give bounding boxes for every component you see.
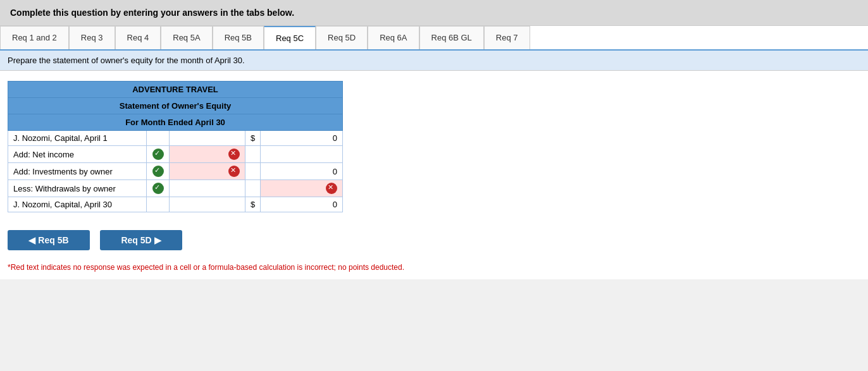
row-check-cell xyxy=(147,180,170,197)
table-header-row-2: Statement of Owner's Equity xyxy=(8,98,343,114)
row-check-cell xyxy=(147,163,170,180)
row-input-cell xyxy=(170,131,245,146)
instruction-text: Complete this question by entering your … xyxy=(10,8,294,18)
row-value-cell xyxy=(261,146,343,163)
tab-req4[interactable]: Req 4 xyxy=(115,26,161,49)
tab-req6a[interactable]: Req 6A xyxy=(368,26,419,49)
prev-button[interactable]: ◀ Req 5B xyxy=(8,230,90,250)
table-row: Less: Withdrawals by owner xyxy=(8,180,343,197)
table-row: Add: Net income xyxy=(8,146,343,163)
nav-buttons: ◀ Req 5B Req 5D ▶ xyxy=(8,230,860,250)
table-row: Add: Investments by owner 0 xyxy=(8,163,343,180)
x-icon xyxy=(228,149,240,160)
question-instruction-text: Prepare the statement of owner's equity … xyxy=(8,56,245,65)
row-check-cell xyxy=(147,146,170,163)
check-icon xyxy=(152,183,164,194)
table-title3: For Month Ended April 30 xyxy=(8,114,343,131)
table-section: ADVENTURE TRAVEL Statement of Owner's Eq… xyxy=(0,71,868,220)
row-input-cell[interactable] xyxy=(170,163,245,180)
tab-req1and2[interactable]: Req 1 and 2 xyxy=(0,26,69,49)
table-header-row-1: ADVENTURE TRAVEL xyxy=(8,82,343,98)
main-container: Complete this question by entering your … xyxy=(0,0,868,371)
footnote-text: *Red text indicates no response was expe… xyxy=(8,263,404,272)
row-input-cell xyxy=(170,180,245,197)
row-dollar-cell xyxy=(245,163,261,180)
row-label: Add: Net income xyxy=(8,146,147,163)
row-label: Less: Withdrawals by owner xyxy=(8,180,147,197)
tab-req5b[interactable]: Req 5B xyxy=(213,26,264,49)
tab-req3[interactable]: Req 3 xyxy=(69,26,115,49)
check-icon xyxy=(152,149,164,160)
row-dollar-cell: $ xyxy=(245,197,261,212)
question-instruction: Prepare the statement of owner's equity … xyxy=(0,51,868,71)
tab-req7[interactable]: Req 7 xyxy=(484,26,530,49)
row-dollar-cell xyxy=(245,146,261,163)
tab-req5a[interactable]: Req 5A xyxy=(161,26,212,49)
row-check-cell xyxy=(147,197,170,212)
table-header-row-3: For Month Ended April 30 xyxy=(8,114,343,131)
table-title1: ADVENTURE TRAVEL xyxy=(8,82,343,98)
row-value-cell[interactable] xyxy=(261,180,343,197)
row-label: J. Nozomi, Capital, April 30 xyxy=(8,197,147,212)
row-value-cell: 0 xyxy=(261,197,343,212)
tab-req5c[interactable]: Req 5C xyxy=(264,26,316,49)
check-icon xyxy=(152,166,164,177)
row-input-cell xyxy=(170,197,245,212)
row-input-cell[interactable] xyxy=(170,146,245,163)
tab-req5d[interactable]: Req 5D xyxy=(316,26,368,49)
row-label: Add: Investments by owner xyxy=(8,163,147,180)
table-row: J. Nozomi, Capital, April 30 $ 0 xyxy=(8,197,343,212)
row-check-cell xyxy=(147,131,170,146)
content-area: Prepare the statement of owner's equity … xyxy=(0,51,868,279)
table-title2: Statement of Owner's Equity xyxy=(8,98,343,114)
row-value-cell: 0 xyxy=(261,131,343,146)
footnote: *Red text indicates no response was expe… xyxy=(0,260,868,279)
row-value-cell: 0 xyxy=(261,163,343,180)
table-row: J. Nozomi, Capital, April 1 $ 0 xyxy=(8,131,343,146)
next-button[interactable]: Req 5D ▶ xyxy=(100,230,182,250)
x-icon xyxy=(326,183,337,194)
instruction-bar: Complete this question by entering your … xyxy=(0,0,868,26)
row-dollar-cell: $ xyxy=(245,131,261,146)
equity-table: ADVENTURE TRAVEL Statement of Owner's Eq… xyxy=(8,81,343,212)
row-dollar-cell xyxy=(245,180,261,197)
x-icon xyxy=(228,166,240,177)
tab-req6bgl[interactable]: Req 6B GL xyxy=(419,26,484,49)
tabs-bar: Req 1 and 2Req 3Req 4Req 5AReq 5BReq 5CR… xyxy=(0,26,868,51)
row-label: J. Nozomi, Capital, April 1 xyxy=(8,131,147,146)
